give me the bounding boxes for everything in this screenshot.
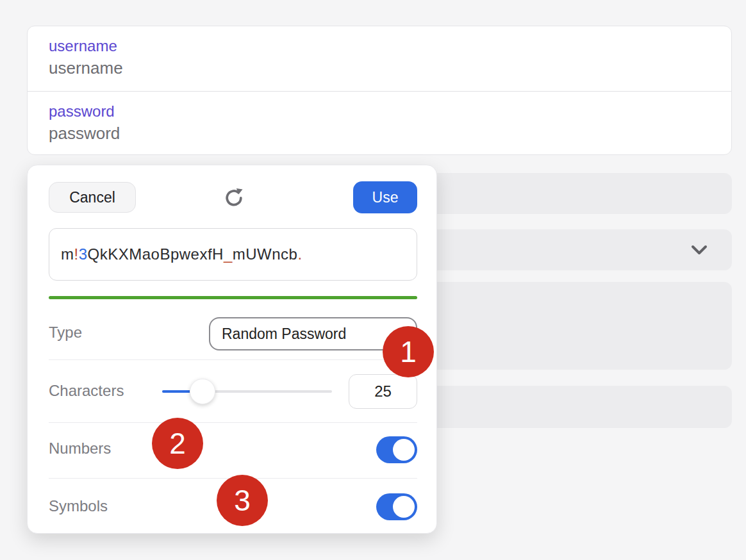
password-field-label: password (49, 103, 115, 120)
username-suggestion-row[interactable]: username username (28, 26, 731, 91)
annotation-badge-2: 2 (152, 418, 203, 469)
chevron-down-icon[interactable] (691, 245, 708, 255)
username-field-value: username (49, 58, 123, 78)
slider-fill (162, 390, 193, 393)
symbols-toggle[interactable] (376, 493, 417, 520)
password-segment-symbol: ! (74, 245, 79, 263)
password-segment: mUWncb (233, 245, 298, 263)
annotation-badge-1: 1 (383, 326, 434, 377)
password-segment: QkKXMaoBpwexfH (88, 245, 224, 263)
password-suggestion-row[interactable]: password password (28, 91, 731, 155)
password-segment-symbol: _ (224, 245, 233, 263)
username-field-label: username (49, 37, 117, 55)
credential-suggestion-card: username username password password (27, 26, 732, 155)
password-segment-symbol: . (297, 245, 302, 263)
password-strength-bar (49, 296, 417, 299)
refresh-icon[interactable] (222, 186, 245, 209)
use-button[interactable]: Use (353, 181, 417, 213)
type-label: Type (49, 324, 82, 342)
password-type-value: Random Password (222, 325, 346, 343)
row-separator (49, 359, 417, 360)
toggle-knob (393, 496, 415, 518)
cancel-button[interactable]: Cancel (49, 182, 136, 213)
password-segment-digit: 3 (79, 245, 88, 263)
password-segment: m (61, 245, 74, 263)
symbols-label: Symbols (49, 497, 108, 515)
password-field-value: password (49, 124, 120, 144)
toggle-knob (393, 439, 415, 461)
numbers-label: Numbers (49, 440, 111, 457)
slider-knob[interactable] (190, 379, 215, 404)
characters-slider[interactable] (162, 379, 332, 404)
numbers-toggle[interactable] (376, 436, 417, 463)
row-separator (49, 422, 417, 423)
generated-password-field[interactable]: m!3QkKXMaoBpwexfH_mUWncb. (49, 228, 417, 281)
characters-count-input[interactable]: 25 (349, 374, 417, 409)
annotation-badge-3: 3 (217, 475, 268, 526)
characters-label: Characters (49, 382, 124, 400)
page-background: username username password password Canc… (0, 0, 746, 560)
